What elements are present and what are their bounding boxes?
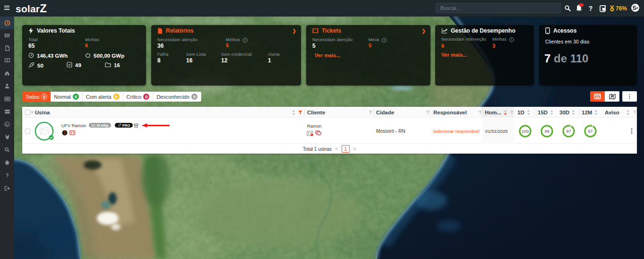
svg-text:100: 100: [522, 129, 529, 134]
svg-text:99: 99: [544, 129, 549, 134]
svg-text:97: 97: [566, 129, 571, 134]
svg-text:97: 97: [588, 129, 592, 134]
